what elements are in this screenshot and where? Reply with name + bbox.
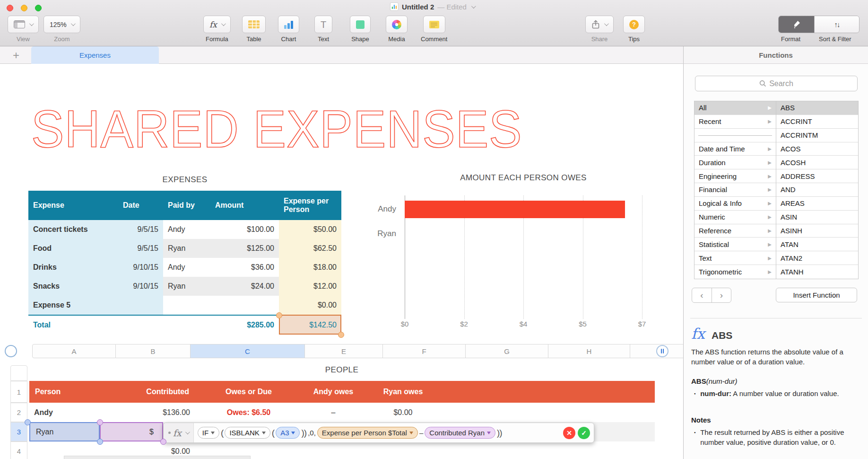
formula-button[interactable]: fx <box>203 16 231 33</box>
expenses-header[interactable]: Date <box>118 191 163 220</box>
expenses-total-cell[interactable] <box>163 315 210 335</box>
expenses-total-cell[interactable] <box>118 315 163 335</box>
function-category-financial[interactable]: Financial▶ <box>694 183 776 197</box>
zoom-button[interactable]: 125% <box>43 16 80 33</box>
expenses-cell[interactable]: $62.50 <box>279 239 341 258</box>
column-header-C[interactable]: C <box>191 344 305 358</box>
formula-token-if[interactable]: IF <box>198 427 219 439</box>
formula-token-contributed-ryan[interactable]: Contributed Ryan <box>425 427 495 439</box>
view-button[interactable] <box>8 16 39 33</box>
token-dropdown-icon[interactable] <box>487 432 491 434</box>
expenses-cell[interactable]: Drinks <box>28 258 118 277</box>
next-function-button[interactable]: › <box>712 288 731 302</box>
token-dropdown-icon[interactable] <box>211 432 215 434</box>
expenses-cell[interactable]: Ryan <box>163 277 210 296</box>
formula-token-a3[interactable]: A3 <box>276 427 300 439</box>
expenses-cell[interactable]: Ryan <box>163 239 210 258</box>
expenses-cell[interactable]: $24.00 <box>210 277 279 296</box>
function-item-atan2[interactable]: ATAN2 <box>776 251 858 265</box>
column-header-G[interactable]: G <box>466 344 548 358</box>
function-item-asin[interactable]: ASIN <box>776 211 858 224</box>
people-header[interactable] <box>442 381 655 403</box>
people-table-title[interactable]: PEOPLE <box>325 365 358 375</box>
function-item-acosh[interactable]: ACOSH <box>776 156 858 169</box>
column-header-E[interactable]: E <box>305 344 383 358</box>
chart-button[interactable] <box>278 16 299 33</box>
function-item-address[interactable]: ADDRESS <box>776 169 858 183</box>
function-category-engineering[interactable]: Engineering▶ <box>694 169 776 183</box>
people-cell-contributed[interactable]: $136.00 <box>100 403 195 422</box>
comment-button[interactable] <box>423 16 445 33</box>
expenses-cell[interactable]: 9/10/15 <box>118 258 163 277</box>
people-cell[interactable] <box>364 441 442 459</box>
function-item-and[interactable]: AND <box>776 183 858 197</box>
table-select-all-circle[interactable] <box>5 345 17 357</box>
selection-handle-purple[interactable] <box>97 419 103 425</box>
chart-bar-andy[interactable] <box>405 201 625 218</box>
text-button[interactable]: T <box>314 16 332 33</box>
expenses-cell[interactable]: 9/10/15 <box>118 277 163 296</box>
people-cell-ryan-owes[interactable]: $0.00 <box>364 403 442 422</box>
expenses-cell[interactable]: Andy <box>163 258 210 277</box>
expenses-cell[interactable]: $18.00 <box>279 258 341 277</box>
function-item-accrint[interactable]: ACCRINT <box>776 115 858 129</box>
formula-token-isblank[interactable]: ISBLANK <box>225 427 270 439</box>
row-header-4[interactable]: 4 <box>10 441 27 459</box>
function-item-accrintm[interactable]: ACCRINTM <box>776 129 858 142</box>
function-category-date-and-time[interactable]: Date and Time▶ <box>694 142 776 156</box>
function-item-acos[interactable]: ACOS <box>776 142 858 156</box>
function-category-statistical[interactable]: Statistical▶ <box>694 238 776 251</box>
people-header[interactable]: Person <box>29 381 100 403</box>
people-cell[interactable] <box>303 441 364 459</box>
expenses-cell[interactable]: $100.00 <box>210 220 279 239</box>
formula-token-expense-per-person-total[interactable]: Expense per Person $Total <box>317 427 418 439</box>
table-button[interactable] <box>242 16 266 33</box>
token-dropdown-icon[interactable] <box>409 432 413 434</box>
people-cell-andy[interactable]: Andy <box>29 403 100 422</box>
expenses-cell[interactable] <box>163 296 210 315</box>
expenses-cell[interactable]: Snacks <box>28 277 118 296</box>
add-sheet-button[interactable]: + <box>7 46 26 64</box>
cell-selection-handle[interactable] <box>338 332 344 338</box>
people-cell-owes[interactable]: Owes: $6.50 <box>195 403 303 422</box>
people-header[interactable]: Ryan owes <box>364 381 442 403</box>
expenses-total-amount[interactable]: $285.00 <box>210 315 279 335</box>
tips-button[interactable]: ? <box>623 16 645 33</box>
expenses-cell[interactable]: Concert tickets <box>28 220 118 239</box>
expenses-header[interactable]: Expense <box>28 191 118 220</box>
function-item-atanh[interactable]: ATANH <box>776 265 858 279</box>
expenses-cell[interactable] <box>210 296 279 315</box>
fullscreen-window-button[interactable] <box>35 5 42 11</box>
formula-editor-chevron-icon[interactable] <box>185 430 190 434</box>
format-button[interactable] <box>779 16 814 33</box>
selection-handle-blue[interactable] <box>25 419 31 425</box>
function-category-numeric[interactable]: Numeric▶ <box>694 211 776 224</box>
shape-button[interactable] <box>350 16 371 33</box>
function-category-all[interactable]: All▶ <box>694 101 776 115</box>
expenses-table-title[interactable]: EXPENSES <box>163 175 208 185</box>
row-header-1[interactable]: 1 <box>10 381 27 403</box>
expenses-cell[interactable]: Food <box>28 239 118 258</box>
row-header-2[interactable]: 2 <box>10 403 27 422</box>
sheet-heading[interactable]: SHARED EXPENSES <box>31 98 522 159</box>
expenses-header[interactable]: Paid by <box>163 191 210 220</box>
close-window-button[interactable] <box>7 5 13 11</box>
function-category-reference[interactable]: Reference▶ <box>694 224 776 238</box>
column-header-B[interactable]: B <box>116 344 191 358</box>
function-category-text[interactable]: Text▶ <box>694 251 776 265</box>
selected-cell-contributed-ryan[interactable]: $ <box>100 422 163 441</box>
column-header-F[interactable]: F <box>383 344 466 358</box>
title-chevron-down-icon[interactable] <box>471 4 476 9</box>
expenses-header[interactable]: Amount <box>210 191 279 220</box>
people-cell[interactable] <box>442 403 655 422</box>
people-cell[interactable] <box>442 441 655 459</box>
expenses-total-label[interactable]: Total <box>28 315 118 335</box>
selected-cell-person-ryan[interactable]: Ryan <box>29 422 100 441</box>
expenses-cell[interactable]: $125.00 <box>210 239 279 258</box>
function-category-recent[interactable]: Recent▶ <box>694 115 776 129</box>
column-header-A[interactable]: A <box>32 344 116 358</box>
cell-selection-handle[interactable] <box>276 312 282 318</box>
selection-handle-purple[interactable] <box>160 439 166 445</box>
token-dropdown-icon[interactable] <box>291 432 295 434</box>
minimize-window-button[interactable] <box>21 5 27 11</box>
